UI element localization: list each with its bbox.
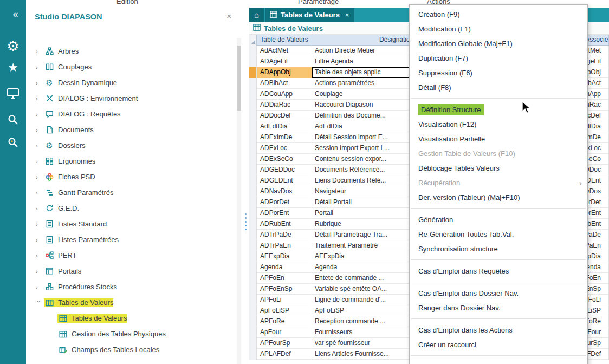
cell-designation[interactable]: AdEdtDia — [312, 121, 410, 132]
cell-designation[interactable]: Agenda — [312, 262, 410, 273]
gear-icon[interactable]: ⚙ — [0, 39, 26, 53]
cell-designation[interactable]: Portail — [312, 208, 410, 219]
row-gutter[interactable] — [249, 121, 257, 132]
cell-table-name[interactable]: ADGEDDoc — [257, 165, 312, 176]
row-gutter[interactable] — [249, 306, 257, 316]
chevron-right-icon[interactable]: › — [36, 95, 44, 102]
cell-table-name[interactable]: APFoEnSp — [257, 284, 312, 295]
menu-item-cas-d-emploi-dans-les-actions[interactable]: Cas d'Emploi dans les Actions — [410, 323, 587, 337]
cell-designation[interactable]: Entete de commande ... — [312, 273, 410, 284]
row-gutter[interactable] — [249, 56, 257, 67]
home-tab-button[interactable]: ⌂ — [249, 8, 264, 22]
chevron-right-icon[interactable]: › — [36, 205, 44, 212]
sidebar-item-gestion-des-tables-physiques[interactable]: Gestion des Tables Physiques — [26, 326, 236, 342]
cell-designation[interactable]: AEExpDia — [312, 251, 410, 262]
cell-table-name[interactable]: APFourSp — [257, 338, 312, 349]
search-icon[interactable] — [0, 114, 26, 128]
cell-table-name[interactable]: ADGEDEnt — [257, 176, 312, 186]
monitor-icon[interactable] — [0, 88, 26, 101]
menu-item-g-n-ration[interactable]: Génération — [410, 212, 587, 227]
row-gutter[interactable] — [249, 78, 257, 89]
sidebar-item-documents[interactable]: ›Documents — [26, 122, 236, 138]
sidebar-item-ergonomies[interactable]: ›Ergonomies — [26, 153, 236, 169]
tab-tables-de-valeurs[interactable]: Tables de Valeurs × — [265, 8, 354, 22]
sidebar-scrollbar-thumb[interactable] — [237, 46, 241, 110]
close-icon[interactable]: × — [226, 11, 231, 21]
sidebar-item-dessin-dynamique[interactable]: ›⚙Dessin Dynamique — [26, 75, 236, 90]
row-gutter[interactable] — [249, 316, 257, 327]
row-gutter[interactable] — [249, 100, 257, 110]
menu-item-g-n-ration-tableur-dynamique[interactable]: Génération Tableur Dynamique — [410, 360, 587, 364]
row-gutter[interactable] — [249, 176, 257, 186]
cell-table-name[interactable]: ADPorEnt — [257, 208, 312, 219]
row-gutter[interactable] — [249, 327, 257, 338]
row-gutter[interactable] — [249, 89, 257, 100]
cell-designation[interactable]: Session Import Export L... — [312, 143, 410, 154]
cell-designation[interactable]: Navigateur — [312, 186, 410, 197]
sidebar-item-couplages[interactable]: ›Couplages — [26, 59, 236, 75]
cell-designation[interactable]: Variable spé entête OA... — [312, 284, 410, 295]
menu-item-modification-f1[interactable]: Modification (F1) — [410, 22, 587, 36]
chevron-right-icon[interactable]: › — [36, 174, 44, 180]
cell-designation[interactable]: Documents Référencé... — [312, 165, 410, 176]
row-gutter[interactable] — [249, 132, 257, 143]
cell-table-name[interactable]: APFoLi — [257, 295, 312, 306]
chevron-right-icon[interactable]: › — [36, 268, 44, 275]
row-gutter[interactable] — [249, 165, 257, 176]
cell-table-name[interactable]: ADDocDef — [257, 110, 312, 121]
sidebar-item-pert[interactable]: ›PERT — [26, 248, 236, 263]
row-gutter[interactable] — [249, 219, 257, 230]
row-gutter[interactable] — [249, 67, 257, 78]
row-gutter[interactable] — [249, 230, 257, 240]
row-gutter[interactable] — [249, 154, 257, 165]
cell-designation[interactable]: Fournisseurs — [312, 327, 410, 338]
menu-item-synchronisation-structure[interactable]: Synchronisation structure — [410, 242, 587, 256]
column-header-d-signation[interactable]: Désignation — [312, 35, 410, 46]
chevron-right-icon[interactable]: › — [36, 127, 44, 133]
chevron-right-icon[interactable]: › — [36, 64, 44, 70]
row-gutter[interactable] — [249, 251, 257, 262]
cell-table-name[interactable]: ADExImDe — [257, 132, 312, 143]
row-gutter[interactable] — [249, 262, 257, 273]
menu-item-d-finition-structure[interactable]: Définition Structure — [410, 102, 587, 117]
menu-item-re-g-n-ration-toutes-tab-val[interactable]: Re-Génération Toutes Tab.Val. — [410, 227, 587, 242]
sidebar-item-dossiers[interactable]: ›⚙Dossiers — [26, 138, 236, 153]
menu-item-d-tail-f8[interactable]: Détail (F8) — [410, 80, 587, 95]
cell-designation[interactable]: Détail Paramétrage Tra... — [312, 230, 410, 240]
row-gutter[interactable] — [249, 46, 257, 56]
cell-designation[interactable]: Traitement Paramétré — [312, 240, 410, 251]
cell-table-name[interactable]: ADPorDet — [257, 197, 312, 208]
sidebar-item-gantt-param-tr-s[interactable]: ›Gantt Paramétrés — [26, 185, 236, 200]
cell-table-name[interactable]: ADTrPaEn — [257, 240, 312, 251]
tab-close-icon[interactable]: × — [345, 11, 349, 19]
menu-item-duplication-f7[interactable]: Duplication (F7) — [410, 51, 587, 66]
sidebar-item-tables-de-valeurs[interactable]: Tables de Valeurs — [26, 310, 236, 326]
chevron-right-icon[interactable]: › — [36, 80, 44, 86]
cell-designation[interactable]: var spé fournisseur — [312, 338, 410, 349]
sidebar-item-dialog-environnement[interactable]: ›DIALOG : Environnement — [26, 90, 236, 106]
menu-item-suppression-f6[interactable]: Suppression (F6) — [410, 66, 587, 80]
cell-designation[interactable]: Détail Session import E... — [312, 132, 410, 143]
cell-designation[interactable]: Contenu session expor... — [312, 154, 410, 165]
chevron-right-icon[interactable]: › — [36, 252, 44, 259]
cell-table-name[interactable]: APFoEn — [257, 273, 312, 284]
cell-designation[interactable]: Couplage — [312, 89, 410, 100]
cell-table-name[interactable]: ApFour — [257, 327, 312, 338]
sidebar-item-proc-dures-stocks[interactable]: ›Procédures Stocks — [26, 279, 236, 295]
row-gutter[interactable] — [249, 208, 257, 219]
sidebar-item-tables-de-valeurs[interactable]: ›Tables de Valeurs — [26, 295, 236, 310]
cell-table-name[interactable]: ADExSeCo — [257, 154, 312, 165]
menu-item-modification-globale-maj-f1[interactable]: Modification Globale (Maj+F1) — [410, 36, 587, 51]
sidebar-item-listes-param-tr-es[interactable]: ›Listes Paramétrées — [26, 232, 236, 248]
cell-table-name[interactable]: AEExpDia — [257, 251, 312, 262]
cell-designation[interactable]: Table des objets applic — [312, 67, 410, 78]
row-gutter[interactable] — [249, 186, 257, 197]
cell-designation[interactable]: Définition des Docume... — [312, 110, 410, 121]
chevron-right-icon[interactable]: › — [36, 111, 44, 118]
row-gutter[interactable] — [249, 273, 257, 284]
row-gutter[interactable] — [249, 197, 257, 208]
row-gutter[interactable] — [249, 143, 257, 154]
cell-table-name[interactable]: AdActMet — [257, 46, 312, 56]
cell-table-name[interactable]: ADDiaRac — [257, 100, 312, 110]
cell-table-name[interactable]: ADBibAct — [257, 78, 312, 89]
